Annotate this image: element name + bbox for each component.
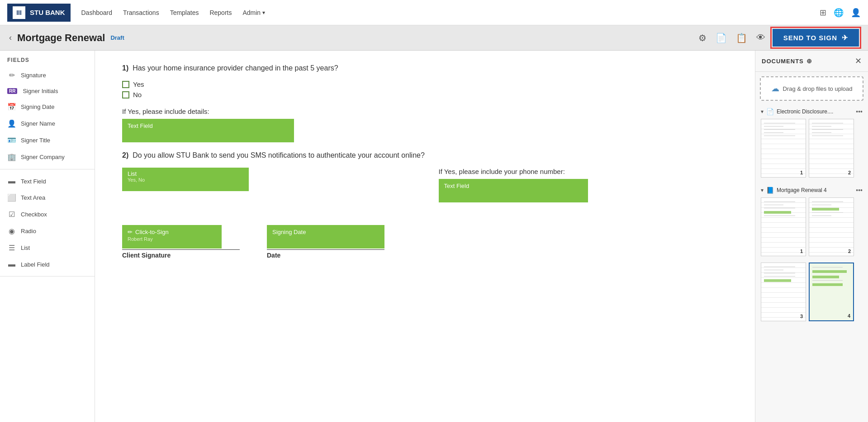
click-to-sign-field[interactable]: ✏ Click-to-Sign Robert Ray	[122, 225, 222, 249]
no-label: No	[133, 91, 142, 98]
plus-circle-icon[interactable]: ⊕	[806, 57, 812, 65]
thumb-page-num: 2	[848, 170, 851, 175]
sidebar-item-label: Text Area	[21, 194, 45, 201]
sidebar-item-label: Checkbox	[21, 211, 47, 218]
doc1-chevron-icon[interactable]: ▾	[761, 108, 764, 115]
doc2-header: ▾ 📘 Mortgage Renewal 4 •••	[760, 185, 863, 196]
doc2-thumbnails-row2: 3 4	[760, 261, 863, 323]
two-col-q2: List Yes, No If Yes, please include your…	[122, 168, 728, 211]
subheader: ‹ Mortgage Renewal Draft ⚙ 📄 📋 👁 SEND TO…	[0, 25, 868, 51]
doc1-file-icon: 📄	[766, 108, 774, 115]
logo[interactable]: III STU BANK	[7, 4, 71, 22]
nav-dashboard[interactable]: Dashboard	[81, 9, 113, 16]
doc1-thumb-1[interactable]: 1	[761, 119, 806, 178]
nav-icons: ⊞ 🌐 👤	[820, 8, 861, 18]
sidebar-item-text-field[interactable]: ▬ Text Field	[0, 173, 95, 189]
q1-number: 1)	[122, 64, 128, 72]
phone-text-field[interactable]: Text Field	[439, 179, 588, 202]
sidebar-item-signing-date[interactable]: 📅 Signing Date	[0, 98, 95, 115]
upload-area[interactable]: ☁ Drag & drop files to upload	[760, 76, 863, 101]
user-icon[interactable]: 👤	[851, 8, 861, 18]
send-to-sign-button[interactable]: SEND TO SIGN ✈	[773, 29, 859, 47]
logo-icon: III	[13, 6, 25, 19]
sidebar-item-label: List	[21, 244, 30, 251]
back-button[interactable]: ‹	[9, 33, 12, 42]
doc1-name: Electronic Disclosure....	[777, 108, 853, 115]
doc2-thumb-1[interactable]: 1	[761, 197, 806, 256]
doc2-menu-icon[interactable]: •••	[856, 187, 863, 194]
sidebar-divider-2	[0, 276, 95, 277]
left-sidebar: FIELDS ✏ Signature RR Signer Initials 📅 …	[0, 51, 95, 422]
thumb-page-num: 2	[848, 249, 851, 254]
doc2-thumbnails-row1: 1 2	[760, 196, 863, 258]
sidebar-item-signer-name[interactable]: 👤 Signer Name	[0, 115, 95, 132]
doc2-thumb-4[interactable]: 4	[809, 263, 854, 321]
text-field-icon: ▬	[7, 177, 16, 185]
nav-reports[interactable]: Reports	[209, 9, 232, 16]
nav-templates[interactable]: Templates	[170, 9, 199, 16]
sidebar-item-signature[interactable]: ✏ Signature	[0, 67, 95, 84]
upload-label: Drag & drop files to upload	[783, 85, 853, 92]
person-icon: 👤	[7, 119, 16, 128]
col-list: List Yes, No	[122, 168, 412, 211]
sidebar-item-signer-title[interactable]: 🪪 Signer Title	[0, 132, 95, 149]
doc1-thumb-2[interactable]: 2	[809, 119, 854, 178]
right-panel-body: ☁ Drag & drop files to upload ▾ 📄 Electr…	[755, 72, 868, 422]
close-panel-button[interactable]: ✕	[855, 56, 862, 66]
sidebar-item-label: Signer Name	[21, 120, 55, 127]
sidebar-item-label-field[interactable]: ▬ Label Field	[0, 256, 95, 272]
nav-transactions[interactable]: Transactions	[123, 9, 159, 16]
sidebar-item-radio[interactable]: ◉ Radio	[0, 223, 95, 239]
doc2-chevron-icon[interactable]: ▾	[761, 187, 764, 193]
if-yes-phone-label: If Yes, please include your phone number…	[439, 168, 728, 175]
fields-section-title: FIELDS	[0, 51, 95, 67]
sidebar-item-text-area[interactable]: ⬜ Text Area	[0, 189, 95, 206]
doc1-thumbnails: 1 2	[760, 117, 863, 179]
settings-icon[interactable]: ⚙	[697, 31, 708, 45]
globe-icon[interactable]: 🌐	[834, 8, 844, 18]
doc2-thumb-2[interactable]: 2	[809, 197, 854, 256]
sidebar-item-checkbox[interactable]: ☑ Checkbox	[0, 206, 95, 223]
sig-block-client: ✏ Click-to-Sign Robert Ray Client Signat…	[122, 225, 240, 259]
doc2-name: Mortgage Renewal 4	[777, 187, 853, 193]
nav-admin[interactable]: Admin ▾	[242, 9, 265, 16]
rr-badge: RR	[7, 88, 17, 94]
sidebar-item-list[interactable]: ☰ List	[0, 239, 95, 256]
thumb-page-num: 3	[800, 314, 803, 319]
date-label: Date	[267, 252, 384, 259]
yes-checkbox[interactable]	[122, 81, 129, 88]
client-signature-label: Client Signature	[122, 252, 240, 259]
eye-icon[interactable]: 👁	[754, 31, 767, 45]
no-row: No	[122, 91, 728, 98]
doc1-header: ▾ 📄 Electronic Disclosure.... •••	[760, 106, 863, 117]
sidebar-item-signer-initials[interactable]: RR Signer Initials	[0, 84, 95, 98]
yes-row: Yes	[122, 80, 728, 88]
doc1-menu-icon[interactable]: •••	[856, 108, 863, 115]
sidebar-item-label: Signing Date	[21, 103, 54, 110]
sidebar-item-label: Signer Company	[21, 154, 65, 160]
checkbox-icon: ☑	[7, 210, 16, 219]
no-checkbox[interactable]	[122, 91, 129, 98]
main-layout: FIELDS ✏ Signature RR Signer Initials 📅 …	[0, 51, 868, 422]
q1-text: Has your home insurance provider changed…	[133, 64, 338, 72]
label-field-icon: ▬	[7, 260, 16, 268]
doc2-thumb-3[interactable]: 3	[761, 263, 806, 321]
list-label: List	[128, 170, 243, 177]
document2-icon[interactable]: 📋	[734, 31, 749, 45]
network-icon[interactable]: ⊞	[820, 8, 826, 18]
list-icon: ☰	[7, 244, 16, 252]
document-icon[interactable]: 📄	[714, 31, 729, 45]
signing-date-field[interactable]: Signing Date	[267, 225, 384, 249]
q2-text: Do you allow STU Bank to send you SMS no…	[133, 151, 425, 159]
click-to-sign-label: ✏ Click-to-Sign	[128, 229, 216, 235]
text-field-q1[interactable]: Text Field	[122, 119, 294, 142]
list-options: Yes, No	[128, 177, 243, 183]
checkbox-group-q1: Yes No	[122, 80, 728, 98]
documents-title: DOCUMENTS ⊕	[762, 57, 812, 65]
sig-row: ✏ Click-to-Sign Robert Ray Client Signat…	[122, 225, 728, 259]
content-area: 1) Has your home insurance provider chan…	[95, 51, 755, 422]
list-field[interactable]: List Yes, No	[122, 168, 249, 191]
radio-icon: ◉	[7, 227, 16, 235]
sidebar-item-signer-company[interactable]: 🏢 Signer Company	[0, 149, 95, 165]
pen-icon: ✏	[128, 229, 133, 235]
